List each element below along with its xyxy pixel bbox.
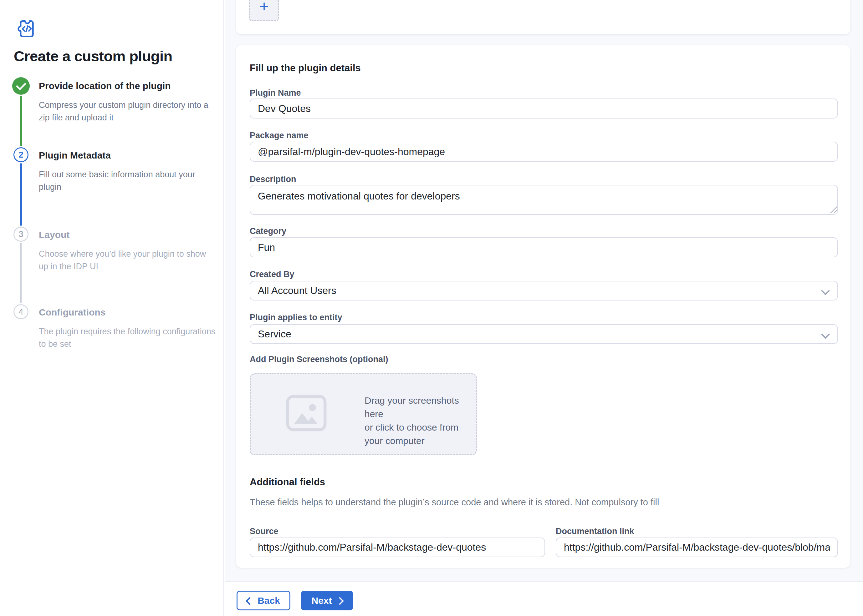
- step-2-indicator: 2: [13, 147, 28, 162]
- step-3-description: Choose where you’d like your plugin to s…: [39, 248, 214, 273]
- entity-select[interactable]: Service: [250, 324, 838, 344]
- description-label: Description: [250, 174, 296, 184]
- chevron-right-icon: [336, 597, 343, 605]
- screenshots-label: Add Plugin Screenshots (optional): [250, 355, 388, 364]
- plugin-name-label: Plugin Name: [250, 88, 301, 98]
- step-4-description: The plugin requires the following config…: [39, 325, 222, 350]
- documentation-link-input[interactable]: [556, 537, 838, 557]
- section-divider: [250, 465, 838, 465]
- description-textarea[interactable]: Generates motivational quotes for develo…: [250, 185, 838, 215]
- upload-summary-card: [236, 0, 850, 35]
- chevron-left-icon: [246, 597, 254, 605]
- wizard-sidebar: Create a custom plugin Provide location …: [0, 0, 224, 616]
- back-button[interactable]: Back: [236, 591, 290, 610]
- chevron-down-icon: [821, 330, 830, 339]
- page-title: Create a custom plugin: [14, 47, 220, 65]
- step-2-number: 2: [19, 150, 23, 160]
- source-input[interactable]: [250, 537, 545, 557]
- next-button-label: Next: [311, 596, 332, 606]
- entity-label: Plugin applies to entity: [250, 313, 342, 322]
- step-connector-done: [20, 96, 22, 146]
- plus-icon: +: [260, 0, 268, 15]
- step-2-description: Fill out some basic information about yo…: [39, 168, 203, 193]
- additional-fields-subtitle: These fields helps to understand the plu…: [250, 497, 659, 508]
- step-4-title: Configurations: [39, 307, 106, 318]
- created-by-select[interactable]: All Account Users: [250, 281, 838, 300]
- dropzone-instructions: Drag your screenshots here or click to c…: [365, 394, 476, 448]
- dropzone-line-2: or click to choose from: [365, 421, 476, 434]
- step-connector-active: [20, 163, 22, 226]
- entity-value: Service: [258, 328, 291, 340]
- back-button-label: Back: [258, 596, 280, 606]
- step-4-indicator: 4: [13, 304, 28, 319]
- additional-fields-heading: Additional fields: [250, 476, 325, 488]
- plugin-name-input[interactable]: [250, 99, 838, 118]
- created-by-label: Created By: [250, 270, 294, 279]
- package-name-label: Package name: [250, 131, 309, 140]
- created-by-value: All Account Users: [258, 285, 336, 296]
- source-label: Source: [250, 526, 279, 536]
- step-3-number: 3: [19, 229, 23, 239]
- category-input[interactable]: [250, 237, 838, 257]
- dropzone-line-1: Drag your screenshots here: [365, 394, 476, 421]
- step-1-indicator: [12, 77, 30, 95]
- step-connector-upcoming: [20, 243, 21, 303]
- step-2-title: Plugin Metadata: [39, 150, 111, 161]
- dropzone-line-3: your computer: [365, 434, 476, 448]
- add-file-button[interactable]: +: [249, 0, 279, 21]
- step-3-indicator: 3: [13, 227, 28, 242]
- screenshots-dropzone[interactable]: Drag your screenshots here or click to c…: [250, 373, 477, 455]
- package-name-input[interactable]: [250, 141, 838, 162]
- step-3-title: Layout: [39, 229, 69, 240]
- check-icon: [16, 80, 26, 90]
- step-1-title: Provide location of the plugin: [39, 81, 171, 91]
- step-1-description: Compress your custom plugin directory in…: [39, 99, 215, 124]
- plugin-puzzle-icon: [15, 17, 38, 40]
- step-4-number: 4: [19, 307, 23, 317]
- next-button[interactable]: Next: [301, 591, 353, 610]
- documentation-link-label: Documentation link: [556, 526, 634, 536]
- create-custom-plugin-page: Create a custom plugin Provide location …: [0, 0, 863, 616]
- image-placeholder-icon: [285, 394, 328, 435]
- category-label: Category: [250, 226, 286, 236]
- form-heading: Fill up the plugin details: [250, 63, 361, 74]
- plugin-details-card: Fill up the plugin details Plugin Name P…: [236, 45, 850, 568]
- chevron-down-icon: [821, 286, 830, 295]
